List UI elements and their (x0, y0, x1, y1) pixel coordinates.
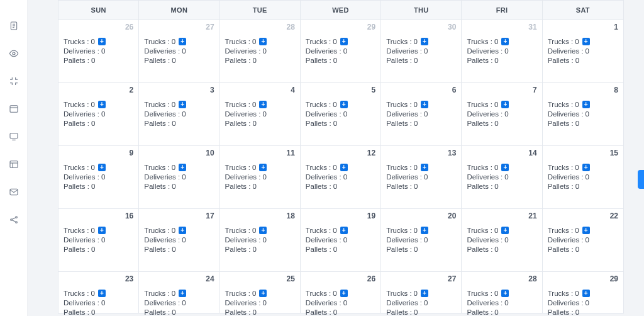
calendar-day[interactable]: 5Trucks 0Deliveries 0Pallets 0 (301, 82, 381, 145)
metric-trucks: Trucks 0 (548, 164, 618, 171)
calendar-day[interactable]: 7Trucks 0Deliveries 0Pallets 0 (462, 82, 542, 145)
add-truck-icon[interactable] (98, 290, 106, 297)
add-truck-icon[interactable] (259, 38, 267, 45)
document-icon[interactable] (8, 20, 19, 31)
metric-value: 0 (575, 57, 579, 64)
add-truck-icon[interactable] (582, 101, 590, 108)
add-truck-icon[interactable] (582, 290, 590, 297)
add-truck-icon[interactable] (179, 290, 186, 297)
metric-value: 0 (414, 290, 418, 297)
add-truck-icon[interactable] (179, 164, 186, 171)
calendar-day[interactable]: 25Trucks 0Deliveries 0Pallets 0 (220, 271, 301, 313)
add-truck-icon[interactable] (421, 290, 428, 297)
calendar-day[interactable]: 14Trucks 0Deliveries 0Pallets 0 (462, 145, 542, 208)
add-truck-icon[interactable] (259, 101, 267, 108)
layout-icon[interactable] (8, 103, 19, 115)
add-truck-icon[interactable] (98, 227, 106, 234)
calendar-day[interactable]: 9Trucks 0Deliveries 0Pallets 0 (58, 145, 139, 208)
collapse-icon[interactable] (8, 76, 19, 87)
calendar-day[interactable]: 21Trucks 0Deliveries 0Pallets 0 (462, 208, 542, 271)
add-truck-icon[interactable] (501, 101, 509, 108)
add-truck-icon[interactable] (582, 38, 590, 45)
calendar-day[interactable]: 2Trucks 0Deliveries 0Pallets 0 (58, 82, 139, 145)
calendar-day[interactable]: 13Trucks 0Deliveries 0Pallets 0 (381, 145, 462, 208)
calendar-day[interactable]: 23Trucks 0Deliveries 0Pallets 0 (58, 271, 139, 313)
metric-pallets: Pallets 0 (306, 183, 375, 190)
eye-icon[interactable] (8, 48, 19, 59)
columns-icon[interactable] (8, 159, 19, 170)
add-truck-icon[interactable] (179, 38, 186, 45)
day-metrics: Trucks 0Deliveries 0Pallets 0 (386, 227, 456, 253)
add-truck-icon[interactable] (340, 227, 348, 234)
svg-point-13 (10, 219, 12, 221)
add-truck-icon[interactable] (98, 164, 106, 171)
calendar-day[interactable]: 17Trucks 0Deliveries 0Pallets 0 (139, 208, 219, 271)
add-truck-icon[interactable] (421, 164, 428, 171)
metric-pallets: Pallets 0 (548, 308, 618, 316)
add-truck-icon[interactable] (421, 227, 428, 234)
calendar-day[interactable]: 28Trucks 0Deliveries 0Pallets 0 (220, 20, 301, 82)
metric-value: 0 (424, 299, 428, 307)
calendar-day[interactable]: 24Trucks 0Deliveries 0Pallets 0 (139, 271, 219, 313)
add-truck-icon[interactable] (501, 164, 509, 171)
calendar-day[interactable]: 22Trucks 0Deliveries 0Pallets 0 (543, 208, 623, 271)
add-truck-icon[interactable] (259, 227, 267, 234)
calendar-day[interactable]: 29Trucks 0Deliveries 0Pallets 0 (301, 20, 381, 82)
metric-deliveries: Deliveries 0 (386, 173, 456, 181)
add-truck-icon[interactable] (582, 164, 590, 171)
share-icon[interactable] (8, 214, 19, 225)
calendar-day[interactable]: 10Trucks 0Deliveries 0Pallets 0 (139, 145, 219, 208)
mail-icon[interactable] (8, 186, 19, 198)
metric-deliveries: Deliveries 0 (225, 47, 295, 55)
metric-deliveries: Deliveries 0 (306, 47, 375, 55)
metric-label: Deliveries (467, 110, 502, 118)
calendar-day[interactable]: 3Trucks 0Deliveries 0Pallets 0 (139, 82, 219, 145)
add-truck-icon[interactable] (582, 227, 590, 234)
calendar-day[interactable]: 1Trucks 0Deliveries 0Pallets 0 (543, 20, 623, 82)
add-truck-icon[interactable] (179, 101, 186, 108)
add-truck-icon[interactable] (340, 101, 348, 108)
calendar-day[interactable]: 31Trucks 0Deliveries 0Pallets 0 (462, 20, 542, 82)
calendar-day[interactable]: 6Trucks 0Deliveries 0Pallets 0 (381, 82, 462, 145)
add-truck-icon[interactable] (501, 290, 509, 297)
add-truck-icon[interactable] (259, 164, 267, 171)
calendar-day[interactable]: 16Trucks 0Deliveries 0Pallets 0 (58, 208, 139, 271)
add-truck-icon[interactable] (98, 38, 106, 45)
metric-label: Trucks (225, 38, 250, 45)
add-truck-icon[interactable] (340, 38, 348, 45)
calendar-day[interactable]: 8Trucks 0Deliveries 0Pallets 0 (543, 82, 623, 145)
calendar-day[interactable]: 26Trucks 0Deliveries 0Pallets 0 (301, 271, 381, 313)
calendar-day[interactable]: 18Trucks 0Deliveries 0Pallets 0 (220, 208, 301, 271)
calendar-day[interactable]: 12Trucks 0Deliveries 0Pallets 0 (301, 145, 381, 208)
scroll-tab-icon[interactable] (638, 170, 644, 189)
calendar-day[interactable]: 28Trucks 0Deliveries 0Pallets 0 (462, 271, 542, 313)
metric-label: Deliveries (144, 47, 180, 55)
add-truck-icon[interactable] (259, 290, 267, 297)
calendar-day[interactable]: 15Trucks 0Deliveries 0Pallets 0 (543, 145, 623, 208)
calendar-day[interactable]: 29Trucks 0Deliveries 0Pallets 0 (543, 271, 623, 313)
add-truck-icon[interactable] (179, 227, 186, 234)
add-truck-icon[interactable] (98, 101, 106, 108)
calendar-day[interactable]: 30Trucks 0Deliveries 0Pallets 0 (381, 20, 462, 82)
metric-trucks: Trucks 0 (386, 101, 456, 108)
calendar-day[interactable]: 27Trucks 0Deliveries 0Pallets 0 (139, 20, 219, 82)
add-truck-icon[interactable] (501, 227, 509, 234)
metric-value: 0 (494, 164, 498, 171)
metric-trucks: Trucks 0 (225, 164, 295, 171)
calendar-day[interactable]: 4Trucks 0Deliveries 0Pallets 0 (220, 82, 301, 145)
add-truck-icon[interactable] (421, 101, 428, 108)
monitor-icon[interactable] (8, 131, 19, 142)
metric-label: Trucks (64, 38, 89, 45)
day-metrics: Trucks 0Deliveries 0Pallets 0 (306, 164, 375, 190)
add-truck-icon[interactable] (501, 38, 509, 45)
calendar-day[interactable]: 11Trucks 0Deliveries 0Pallets 0 (220, 145, 301, 208)
add-truck-icon[interactable] (340, 290, 348, 297)
metric-deliveries: Deliveries 0 (548, 173, 618, 181)
calendar-day[interactable]: 27Trucks 0Deliveries 0Pallets 0 (381, 271, 462, 313)
day-metrics: Trucks 0Deliveries 0Pallets 0 (467, 290, 536, 316)
calendar-day[interactable]: 19Trucks 0Deliveries 0Pallets 0 (301, 208, 381, 271)
add-truck-icon[interactable] (421, 38, 428, 45)
calendar-day[interactable]: 20Trucks 0Deliveries 0Pallets 0 (381, 208, 462, 271)
calendar-day[interactable]: 26Trucks 0Deliveries 0Pallets 0 (58, 20, 139, 82)
add-truck-icon[interactable] (340, 164, 348, 171)
